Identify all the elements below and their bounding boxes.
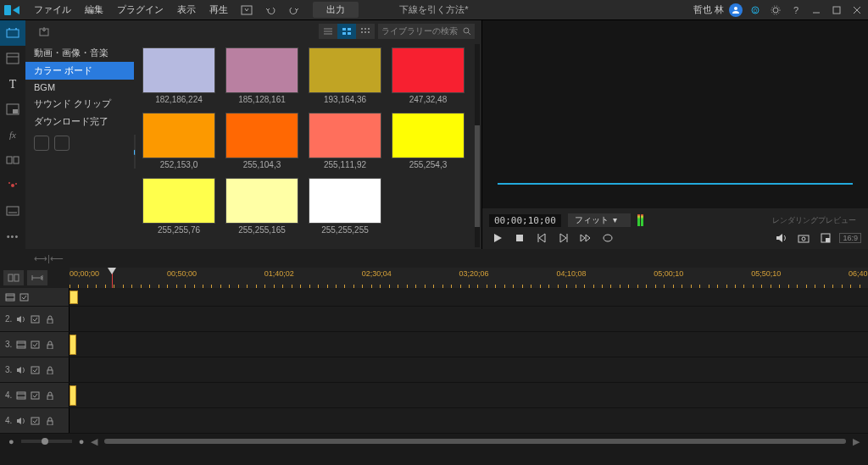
storyboard-mode-icon[interactable] [3,270,24,285]
title-room-tab[interactable]: T [0,71,25,97]
color-swatch[interactable] [225,47,298,93]
import-media-icon[interactable] [34,23,54,40]
speaker-icon[interactable] [16,416,26,426]
stop-icon[interactable] [511,230,528,246]
timeline-clip[interactable] [70,291,78,304]
color-swatch[interactable] [142,47,215,93]
template-room-tab[interactable] [0,46,25,71]
timeline-clip[interactable] [70,385,76,406]
tree-item[interactable]: BGM [25,80,134,95]
tag-filter-icon[interactable] [34,136,49,151]
gear-icon[interactable] [768,3,783,17]
preview-viewport[interactable] [482,20,868,208]
lock-icon[interactable] [45,390,55,401]
track-lane[interactable] [70,383,868,407]
split-tool-icon[interactable]: ⟷|⟵ [34,253,64,264]
minimize-icon[interactable] [809,3,824,17]
timeline-clip[interactable] [70,335,76,355]
scroll-left-icon[interactable]: ◀ [91,436,97,447]
export-button[interactable]: 出力 [313,2,359,18]
library-scrollbar[interactable] [475,44,480,247]
prev-frame-icon[interactable] [533,230,550,246]
timeline-mode-icon[interactable] [27,270,47,285]
user-avatar-icon[interactable] [729,3,743,17]
panel-collapse-icon[interactable]: ◀ [134,135,136,169]
track-lane[interactable] [70,288,868,306]
film-icon[interactable] [16,340,26,350]
fast-forward-icon[interactable] [577,230,594,246]
aspect-ratio-badge[interactable]: 16:9 [839,233,861,243]
menu-view[interactable]: 表示 [170,3,203,16]
check-icon[interactable] [31,365,41,375]
track-lane[interactable] [70,357,868,382]
speaker-icon[interactable] [16,365,26,375]
timeline-ruler[interactable]: 00;00;0000;50;0001;40;0202;30;0403;20;06… [70,268,868,288]
color-swatch[interactable] [225,113,298,158]
redo-icon[interactable] [284,2,304,19]
film-icon[interactable] [16,390,26,401]
scroll-right-icon[interactable]: ▶ [853,436,860,447]
cloud-icon[interactable]: 0 [748,3,763,17]
tree-item[interactable]: カラー ボード [25,62,134,80]
color-swatch[interactable] [142,113,215,158]
timecode-display[interactable]: 00;00;10;00 [489,214,561,227]
check-icon[interactable] [31,340,41,350]
import-icon[interactable] [236,2,257,19]
color-swatch[interactable] [309,47,381,93]
track-lane[interactable] [70,332,868,357]
dock-icon[interactable] [817,230,834,246]
zoom-fit-select[interactable]: フィット ▾ [568,213,632,227]
more-rooms-tab[interactable]: ••• [0,224,25,249]
menu-play[interactable]: 再生 [203,3,235,16]
pip-room-tab[interactable] [0,97,25,122]
color-swatch[interactable] [392,47,465,93]
check-icon[interactable] [31,416,41,426]
subtitle-room-tab[interactable] [0,198,25,224]
lock-icon[interactable] [45,416,55,426]
next-frame-icon[interactable] [555,230,572,246]
play-icon[interactable] [489,230,506,246]
film-icon[interactable] [5,292,15,302]
lock-icon[interactable] [45,314,55,324]
lock-icon[interactable] [45,365,55,375]
fx-room-tab[interactable]: fx [0,122,25,147]
loop-icon[interactable] [599,230,616,246]
check-icon[interactable] [31,390,41,401]
menu-file[interactable]: ファイル [27,3,78,16]
menu-plugin[interactable]: プラグイン [110,3,170,16]
horizontal-scrollbar[interactable] [104,439,846,444]
track-header[interactable]: 2. [0,307,70,331]
track-lane[interactable] [70,408,868,433]
tree-item[interactable]: ダウンロード完了 [25,113,134,130]
zoom-in-icon[interactable]: ● [79,436,85,446]
color-swatch[interactable] [309,113,381,158]
particle-room-tab[interactable] [0,173,25,198]
track-header[interactable]: 4. [0,408,70,433]
track-lane[interactable] [70,307,868,331]
volume-icon[interactable] [773,230,790,246]
transition-room-tab[interactable] [0,147,25,173]
zoom-out-icon[interactable]: ● [8,436,14,446]
zoom-slider[interactable] [21,440,72,443]
color-swatch[interactable] [142,178,215,224]
maximize-icon[interactable] [829,3,844,17]
menu-edit[interactable]: 編集 [78,3,110,16]
snapshot-icon[interactable] [795,230,812,246]
color-swatch[interactable] [309,178,381,224]
close-icon[interactable] [849,3,865,17]
check-icon[interactable] [19,292,30,302]
color-swatch[interactable] [392,113,465,158]
track-header[interactable]: 3. [0,332,70,357]
tree-item[interactable]: サウンド クリップ [25,95,134,113]
help-icon[interactable]: ? [788,3,804,17]
speaker-icon[interactable] [16,314,26,324]
render-preview-button[interactable]: レンダリングプレビュー [767,214,861,227]
color-swatch[interactable] [225,178,298,224]
tree-item[interactable]: 動画・画像・音楽 [25,44,134,62]
tag-filter-icon-2[interactable] [54,136,70,151]
lock-icon[interactable] [45,340,55,350]
check-icon[interactable] [31,314,41,324]
media-room-tab[interactable] [0,20,25,46]
track-header[interactable] [0,288,70,306]
track-header[interactable]: 4. [0,383,70,407]
